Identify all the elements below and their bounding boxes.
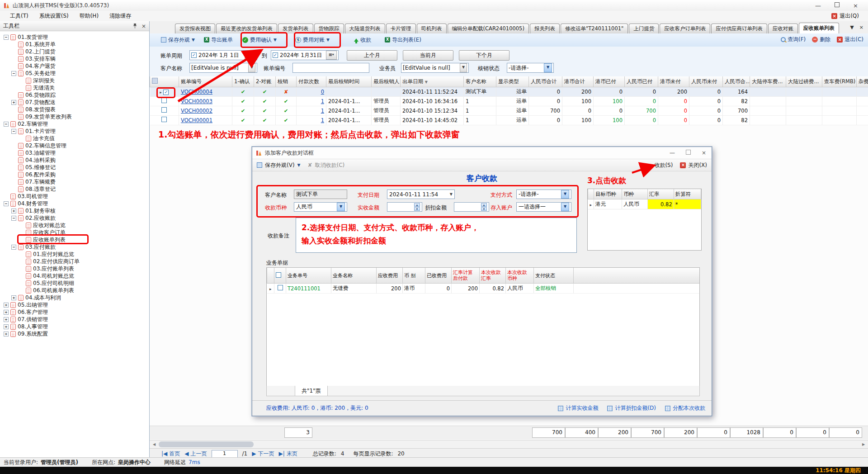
chevron-down-icon[interactable]: ▼ <box>450 192 453 196</box>
row-checkbox[interactable] <box>161 117 167 122</box>
tab-3[interactable]: 货物跟踪 <box>314 24 344 33</box>
tab-5[interactable]: 卡片管理 <box>386 24 416 33</box>
minimize-button[interactable]: — <box>815 2 821 9</box>
column-header-核销[interactable]: 核销 <box>276 76 297 87</box>
tree-expander-icon[interactable]: − <box>4 122 9 127</box>
column-header-查车费(RMB)[interactable]: 查车费(RMB) <box>822 76 857 87</box>
dialog-close-action-button[interactable]: × 关闭(X) <box>680 161 707 169</box>
column-header-港币未付[interactable]: 港币未付 <box>658 76 689 87</box>
toolbar-退出(C)[interactable]: ×退出(C) <box>837 36 863 43</box>
amount-spinner[interactable]: ▲▼ <box>387 202 422 212</box>
row-select-cell[interactable] <box>150 96 179 106</box>
calendar-dropdown-icon[interactable]: ▦▾ <box>326 51 337 60</box>
first-page-button[interactable]: |◀首页 <box>161 450 180 458</box>
sidebar-item[interactable]: −02.应收账款 <box>0 214 149 222</box>
column-header-杂费...[interactable]: 杂费... <box>857 76 868 87</box>
sidebar-item[interactable]: 03.应付账单列表 <box>0 265 149 272</box>
receipt-currency-combo[interactable]: 人民币 ▼ <box>294 202 347 212</box>
column-header-1-确认[interactable]: 1-确认 <box>232 76 254 87</box>
row-select-cell[interactable]: ▸ ✓ <box>150 87 179 96</box>
column-header-人民币已付[interactable]: 人民币已付 <box>625 76 658 87</box>
cell-付款次数[interactable]: 1 <box>297 96 326 106</box>
cell-付款次数[interactable]: 0 <box>297 87 326 96</box>
sidebar-item[interactable]: 油卡充值 <box>0 135 149 142</box>
tree-expander-icon[interactable]: + <box>4 317 9 322</box>
tree-expander-icon[interactable]: + <box>4 303 9 308</box>
tab-8[interactable]: 报关列表 <box>530 24 560 33</box>
tree-expander-icon[interactable]: + <box>4 332 9 337</box>
column-header-人民币未付[interactable]: 人民币未付 <box>689 76 723 87</box>
sidebar-item[interactable]: 07.车辆规费 <box>0 178 149 185</box>
cell-账单编号[interactable]: VOCH00001 <box>179 115 232 125</box>
dialog-minimize-button[interactable]: — <box>670 150 675 156</box>
column-header-大陆过磅费...[interactable]: 大陆过磅费... <box>786 76 822 87</box>
tab-13[interactable]: 应收对账 <box>768 24 798 33</box>
column-header-最后核销人[interactable]: 最后核销人 <box>372 76 401 87</box>
calendar-dropdown-icon[interactable]: ▦▾ <box>245 51 255 60</box>
row-checkbox[interactable] <box>161 98 167 103</box>
sidebar-item[interactable]: 04.司机对账总览 <box>0 272 149 280</box>
bill-no-input[interactable] <box>292 63 369 73</box>
table-row[interactable]: ▸ ✓VOCH00004✔✔✘02024-01-11 11:52:24测试下单运… <box>150 87 868 96</box>
chevron-down-icon[interactable]: ▼ <box>460 63 467 72</box>
salesman-filter-combo[interactable]: [EditValue is null] ▼ <box>401 63 469 73</box>
sidebar-item[interactable]: 02.应付供应商订单 <box>0 258 149 265</box>
verify-status-combo[interactable]: -请选择- ▼ <box>507 63 554 73</box>
tree-expander-icon[interactable]: − <box>11 245 16 250</box>
pay-method-combo[interactable]: -请选择- ▼ <box>516 190 571 199</box>
scroll-right-icon[interactable]: ▶ <box>860 441 867 448</box>
sidebar-item[interactable]: +01.财务审核 <box>0 207 149 214</box>
sidebar-item[interactable]: 05.维修登记 <box>0 164 149 171</box>
docs-row-checkbox[interactable] <box>278 285 283 290</box>
cell-付款次数[interactable]: 1 <box>297 115 326 125</box>
sidebar-item[interactable]: −05.关务处理 <box>0 70 149 77</box>
column-header-港币合计[interactable]: 港币合计 <box>562 76 594 87</box>
docs-row[interactable]: ▸T240111001无缝费200港币02000.82人民币全部核销 <box>267 284 700 294</box>
scrollbar-thumb[interactable] <box>159 441 254 447</box>
table-row[interactable]: VOCH00003✔✔✔12024-01-1...管理员2024-01-10 1… <box>150 96 868 106</box>
sidebar-item[interactable]: +09.系统配置 <box>0 330 149 337</box>
prev-page-button[interactable]: ◀上一页 <box>184 450 207 458</box>
spin-down-icon[interactable]: ▼ <box>481 207 487 211</box>
menu-item-1[interactable]: 系统设置(S) <box>34 11 74 21</box>
tab-6[interactable]: 司机列表 <box>417 24 447 33</box>
toolbar-费用对账[interactable]: $费用对账▼ <box>295 35 337 44</box>
chevron-down-icon[interactable]: ▼ <box>544 63 552 72</box>
chevron-down-icon[interactable]: ▼ <box>326 38 330 42</box>
tab-9[interactable]: 修改运单"T240111001" <box>561 24 628 33</box>
sidebar-item[interactable]: 应收客户订单 <box>0 229 149 236</box>
date-to-checkbox[interactable]: ✓ <box>273 52 278 58</box>
next-month-button[interactable]: 下个月 <box>459 50 509 61</box>
sidebar-item[interactable]: 03.司机管理 <box>0 193 149 200</box>
column-header-人民币合...[interactable]: 人民币合... <box>723 76 750 87</box>
chevron-down-icon[interactable]: ▼ <box>248 63 255 72</box>
row-checkbox[interactable] <box>161 107 167 113</box>
next-page-button[interactable]: ▶下一页 <box>252 450 274 458</box>
dialog-close-button[interactable]: × <box>702 150 706 156</box>
chevron-down-icon[interactable]: ▼ <box>561 190 569 199</box>
close-button[interactable]: × <box>853 2 858 9</box>
toolbar-查询(F)[interactable]: 查询(F) <box>781 36 806 43</box>
page-number-input[interactable]: 1 <box>212 450 238 458</box>
select-all-header[interactable] <box>150 76 179 87</box>
sidebar-item[interactable]: 04.客户退货 <box>0 62 149 70</box>
spin-up-icon[interactable]: ▲ <box>414 203 420 207</box>
chevron-down-icon[interactable]: ▼ <box>297 163 301 167</box>
column-header-显示类型[interactable]: 显示类型 <box>496 76 529 87</box>
dialog-link-分配本次收款[interactable]: 分配本次收款 <box>665 404 705 412</box>
docs-select-all-checkbox[interactable] <box>276 272 281 278</box>
tab-7[interactable]: 编辑分单配载(CAR24010005) <box>448 24 529 33</box>
discount-spinner[interactable]: ▲▼ <box>454 202 489 212</box>
tree-expander-icon[interactable]: − <box>11 71 16 76</box>
column-header-账单编号[interactable]: 账单编号 <box>179 76 232 87</box>
sidebar-item[interactable]: 应收账单列表 <box>0 236 149 243</box>
spin-down-icon[interactable]: ▼ <box>414 207 420 211</box>
chevron-down-icon[interactable]: ▼ <box>192 38 195 42</box>
tab-2[interactable]: 发货单列表 <box>278 24 313 33</box>
current-month-button[interactable]: 当前月 <box>403 50 453 61</box>
tree-expander-icon[interactable]: + <box>4 324 9 329</box>
sidebar-item[interactable]: −01.卡片管理 <box>0 128 149 135</box>
dialog-link-计算折扣金额(D)[interactable]: 计算折扣金额(D) <box>607 404 656 412</box>
tab-0[interactable]: 发货报表视图 <box>175 24 215 33</box>
sidebar-item[interactable]: 应收对账总览 <box>0 222 149 229</box>
